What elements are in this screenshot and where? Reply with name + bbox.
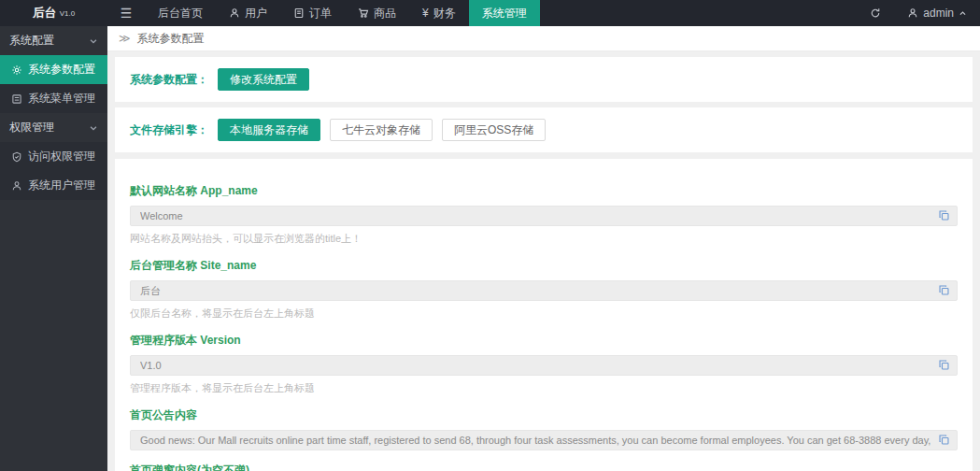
- shield-check-icon: [11, 151, 22, 163]
- nav-label: 财务: [433, 6, 456, 21]
- copy-icon[interactable]: [938, 284, 951, 297]
- form-field-popup-content: 首页弹窗内容(为空不弹): [130, 463, 958, 471]
- nav-label: 用户: [245, 6, 267, 21]
- form-field-site-name: 后台管理名称 Site_name 仅限后台名称，将显示在后台左上角标题: [130, 258, 958, 321]
- top-nav: 后台首页 用户 订单 商品 ¥ 财务 系统管理: [145, 0, 540, 26]
- form-field-announcement: 首页公告内容: [130, 407, 958, 450]
- settings-form: 默认网站名称 App_name 网站名称及网站抬头，可以显示在浏览器的title…: [115, 159, 973, 471]
- user-icon: [229, 7, 240, 19]
- sidebar-item-label: 访问权限管理: [28, 149, 95, 164]
- sidebar-item-system-params[interactable]: 系统参数配置: [0, 55, 107, 84]
- app-title: 后台: [33, 5, 57, 21]
- field-hint: 管理程序版本，将显示在后台左上角标题: [130, 381, 958, 395]
- field-label: 首页公告内容: [130, 407, 958, 423]
- main-content: ≫ 系统参数配置 系统参数配置： 修改系统配置 文件存储引擎： 本地服务器存储 …: [107, 26, 980, 471]
- version-input[interactable]: [130, 355, 958, 376]
- nav-item-home[interactable]: 后台首页: [145, 0, 216, 26]
- field-hint: 网站名称及网站抬头，可以显示在浏览器的title上！: [130, 232, 958, 246]
- chevron-down-icon: [89, 36, 98, 46]
- field-label: 后台管理名称 Site_name: [130, 258, 958, 274]
- nav-label: 商品: [374, 6, 396, 21]
- header-right: admin: [857, 0, 980, 26]
- menu-list-icon: [11, 93, 22, 105]
- modify-config-button[interactable]: 修改系统配置: [218, 68, 309, 91]
- username: admin: [923, 7, 954, 20]
- sidebar-item-label: 系统菜单管理: [28, 91, 95, 107]
- user-menu[interactable]: admin: [894, 0, 980, 26]
- field-input-wrap: [130, 280, 958, 301]
- nav-item-users[interactable]: 用户: [216, 0, 280, 26]
- order-icon: [293, 7, 305, 19]
- group-label: 权限管理: [9, 120, 54, 136]
- sidebar-group-system-config[interactable]: 系统配置: [0, 26, 107, 55]
- hamburger-menu-icon[interactable]: ☰: [107, 0, 145, 26]
- nav-item-system[interactable]: 系统管理: [469, 0, 540, 26]
- form-field-app-name: 默认网站名称 App_name 网站名称及网站抬头，可以显示在浏览器的title…: [130, 183, 958, 246]
- group-label: 系统配置: [9, 33, 54, 49]
- yen-icon: ¥: [422, 7, 429, 20]
- nav-label: 后台首页: [158, 6, 203, 21]
- nav-item-orders[interactable]: 订单: [280, 0, 345, 26]
- sidebar-group-permissions[interactable]: 权限管理: [0, 113, 107, 142]
- breadcrumb-arrow-icon: ≫: [119, 32, 131, 45]
- field-input-wrap: [130, 206, 958, 226]
- user-icon: [907, 7, 918, 19]
- storage-bar-card: 文件存储引擎： 本地服务器存储 七牛云对象存储 阿里云OSS存储: [115, 107, 973, 152]
- app-version: V1.0: [60, 9, 75, 18]
- app-logo: 后台 V1.0: [0, 0, 107, 26]
- nav-label: 订单: [309, 6, 332, 21]
- field-label: 首页弹窗内容(为空不弹): [130, 463, 958, 471]
- refresh-button[interactable]: [857, 0, 894, 26]
- gear-icon: [11, 64, 22, 76]
- sidebar: 系统配置 系统参数配置 系统菜单管理 权限管理 访问权限管理 系统用户管理: [0, 26, 107, 471]
- sidebar-item-label: 系统用户管理: [28, 178, 95, 193]
- nav-label: 系统管理: [482, 6, 527, 21]
- field-input-wrap: [130, 355, 958, 376]
- storage-bar-label: 文件存储引擎：: [130, 122, 208, 138]
- nav-item-finance[interactable]: ¥ 财务: [409, 0, 469, 26]
- refresh-icon: [870, 7, 881, 19]
- storage-option-local-button[interactable]: 本地服务器存储: [218, 119, 320, 141]
- copy-icon[interactable]: [938, 359, 951, 372]
- field-label: 默认网站名称 App_name: [130, 183, 958, 199]
- field-hint: 仅限后台名称，将显示在后台左上角标题: [130, 307, 958, 321]
- sidebar-item-system-users[interactable]: 系统用户管理: [0, 171, 107, 200]
- top-header: 后台 V1.0 ☰ 后台首页 用户 订单 商品 ¥ 财务 系统管理: [0, 0, 980, 26]
- form-field-version: 管理程序版本 Version 管理程序版本，将显示在后台左上角标题: [130, 333, 958, 395]
- storage-option-alioss-button[interactable]: 阿里云OSS存储: [442, 119, 546, 141]
- chevron-down-icon: [89, 123, 98, 133]
- nav-item-goods[interactable]: 商品: [345, 0, 409, 26]
- breadcrumb-current: 系统参数配置: [137, 31, 205, 47]
- config-bar-card: 系统参数配置： 修改系统配置: [115, 57, 973, 102]
- site-name-input[interactable]: [130, 280, 958, 301]
- config-bar-label: 系统参数配置：: [130, 72, 208, 88]
- copy-icon[interactable]: [938, 209, 951, 222]
- sidebar-item-system-menu[interactable]: 系统菜单管理: [0, 84, 107, 113]
- sidebar-item-label: 系统参数配置: [28, 62, 95, 78]
- goods-icon: [358, 7, 369, 19]
- sidebar-item-access-permissions[interactable]: 访问权限管理: [0, 142, 107, 171]
- chevron-up-icon: [959, 9, 967, 18]
- breadcrumb: ≫ 系统参数配置: [107, 26, 980, 51]
- app-name-input[interactable]: [130, 206, 958, 226]
- user-icon: [11, 180, 22, 192]
- field-input-wrap: [130, 430, 958, 450]
- storage-option-qiniu-button[interactable]: 七牛云对象存储: [330, 119, 433, 141]
- announcement-input[interactable]: [130, 430, 958, 450]
- copy-icon[interactable]: [938, 434, 951, 447]
- field-label: 管理程序版本 Version: [130, 333, 958, 349]
